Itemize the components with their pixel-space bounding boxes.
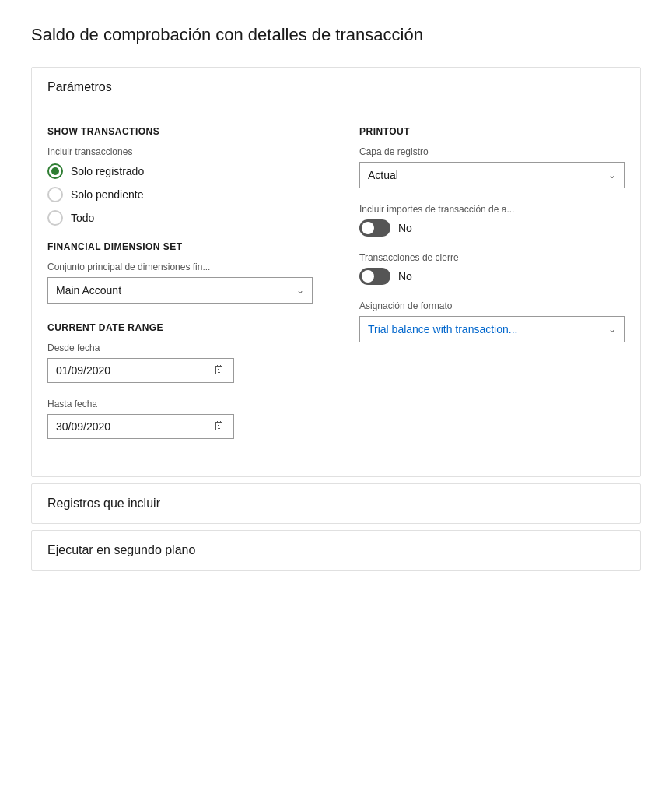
ejecutar-section-header[interactable]: Ejecutar en segundo plano — [32, 531, 640, 570]
financial-dimension-title: FINANCIAL DIMENSION SET — [47, 241, 313, 252]
parametros-section-header[interactable]: Parámetros — [32, 68, 640, 107]
desde-fecha-input[interactable] — [56, 364, 213, 377]
ejecutar-section: Ejecutar en segundo plano — [31, 530, 641, 571]
page-title: Saldo de comprobación con detalles de tr… — [31, 25, 641, 45]
show-transactions-title: SHOW TRANSACTIONS — [47, 126, 313, 137]
registros-header-label: Registros que incluir — [47, 497, 160, 510]
asignacion-formato-value: Trial balance with transaction... — [368, 323, 517, 335]
radio-solo-registrado[interactable]: Solo registrado — [47, 163, 313, 179]
capa-registro-value: Actual — [368, 169, 398, 181]
radio-todo-circle — [47, 210, 63, 226]
financial-dimension-select[interactable]: Main Account ⌄ — [47, 277, 313, 304]
capa-registro-label: Capa de registro — [359, 146, 625, 157]
parametros-content: SHOW TRANSACTIONS Incluir transacciones … — [32, 107, 640, 476]
current-date-range-group: CURRENT DATE RANGE Desde fecha 🗓 Hasta f… — [47, 322, 313, 439]
right-column: PRINTOUT Capa de registro Actual ⌄ Inclu… — [359, 126, 625, 455]
radio-solo-pendiente-circle — [47, 187, 63, 202]
desde-fecha-group: Desde fecha 🗓 — [47, 342, 313, 383]
radio-solo-pendiente-label: Solo pendiente — [71, 188, 143, 201]
ejecutar-header-label: Ejecutar en segundo plano — [47, 543, 195, 556]
radio-solo-registrado-label: Solo registrado — [71, 165, 144, 177]
financial-dimension-group: FINANCIAL DIMENSION SET Conjunto princip… — [47, 241, 313, 304]
financial-dimension-chevron: ⌄ — [296, 285, 304, 296]
asignacion-formato-chevron: ⌄ — [608, 324, 616, 335]
financial-dimension-field-label: Conjunto principal de dimensiones fin... — [47, 262, 313, 272]
capa-registro-chevron: ⌄ — [608, 170, 616, 181]
printout-group: PRINTOUT Capa de registro Actual ⌄ Inclu… — [359, 126, 625, 342]
hasta-fecha-label: Hasta fecha — [47, 398, 313, 409]
desde-calendar-icon[interactable]: 🗓 — [213, 363, 226, 377]
incluir-importes-toggle-row: No — [359, 219, 625, 237]
transacciones-cierre-toggle-row: No — [359, 268, 625, 285]
radio-solo-pendiente[interactable]: Solo pendiente — [47, 187, 313, 202]
transacciones-cierre-toggle[interactable] — [359, 268, 390, 285]
hasta-fecha-group: Hasta fecha 🗓 — [47, 398, 313, 439]
capa-registro-group: Capa de registro Actual ⌄ — [359, 146, 625, 188]
registros-section: Registros que incluir — [31, 483, 641, 524]
transacciones-cierre-group: Transacciones de cierre No — [359, 252, 625, 285]
transacciones-cierre-toggle-knob — [362, 270, 374, 283]
hasta-fecha-input[interactable] — [56, 420, 213, 433]
transacciones-cierre-label: Transacciones de cierre — [359, 252, 625, 263]
desde-fecha-input-wrapper: 🗓 — [47, 358, 234, 383]
radio-todo-label: Todo — [71, 212, 94, 224]
current-date-range-title: CURRENT DATE RANGE — [47, 322, 313, 333]
transaction-radio-group: Solo registrado Solo pendiente Todo — [47, 163, 313, 226]
printout-title: PRINTOUT — [359, 126, 625, 137]
transacciones-cierre-toggle-label: No — [398, 270, 412, 283]
capa-registro-select[interactable]: Actual ⌄ — [359, 162, 625, 188]
asignacion-formato-group: Asignación de formato Trial balance with… — [359, 300, 625, 342]
radio-todo[interactable]: Todo — [47, 210, 313, 226]
financial-dimension-value: Main Account — [56, 284, 121, 297]
parametros-header-label: Parámetros — [47, 80, 112, 93]
show-transactions-group: SHOW TRANSACTIONS Incluir transacciones … — [47, 126, 313, 226]
asignacion-formato-select[interactable]: Trial balance with transaction... ⌄ — [359, 316, 625, 342]
radio-solo-registrado-circle — [47, 163, 63, 179]
asignacion-formato-label: Asignación de formato — [359, 300, 625, 311]
incluir-importes-group: Incluir importes de transacción de a... … — [359, 204, 625, 237]
hasta-calendar-icon[interactable]: 🗓 — [213, 420, 226, 434]
registros-section-header[interactable]: Registros que incluir — [32, 484, 640, 523]
incluir-importes-toggle[interactable] — [359, 219, 390, 237]
left-column: SHOW TRANSACTIONS Incluir transacciones … — [47, 126, 313, 455]
incluir-importes-toggle-knob — [362, 222, 374, 234]
desde-fecha-label: Desde fecha — [47, 342, 313, 353]
hasta-fecha-input-wrapper: 🗓 — [47, 414, 234, 439]
incluir-importes-label: Incluir importes de transacción de a... — [359, 204, 625, 215]
incluir-transacciones-label: Incluir transacciones — [47, 146, 313, 157]
incluir-importes-toggle-label: No — [398, 222, 412, 234]
parametros-section: Parámetros SHOW TRANSACTIONS Incluir tra… — [31, 67, 641, 477]
